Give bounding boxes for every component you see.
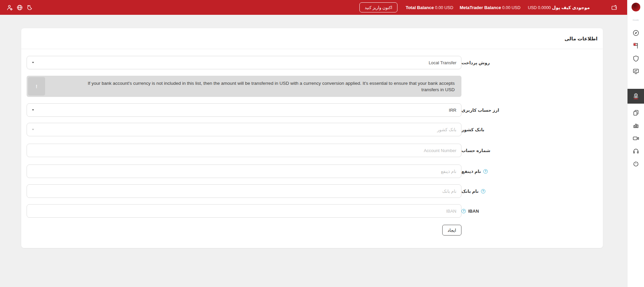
bank-name-label: نام بانک bbox=[461, 189, 479, 194]
wallet-icon bbox=[611, 4, 617, 11]
row-alert: If your bank account's currency is not i… bbox=[27, 76, 598, 97]
account-currency-label: ارز حساب کاربری bbox=[461, 108, 598, 113]
right-sidebar: بسته bbox=[627, 0, 644, 287]
shield-icon bbox=[632, 55, 640, 62]
bank-country-label: بانک کشور bbox=[461, 127, 598, 132]
help-icon[interactable]: ? bbox=[483, 169, 488, 174]
row-submit: ایجاد bbox=[27, 225, 598, 236]
total-balance-label: Total Balance bbox=[406, 5, 434, 10]
account-currency-select[interactable]: IRR bbox=[27, 103, 461, 117]
sidebar-item-funds[interactable]: $ bbox=[627, 89, 644, 104]
row-payment-method: روش پرداخت Local Transfer bbox=[27, 56, 598, 69]
sidebar-item-support[interactable] bbox=[627, 145, 644, 157]
financial-info-card: اطلاعات مالی روش پرداخت Local Transfer bbox=[21, 28, 603, 248]
sidebar-item-webinars[interactable] bbox=[627, 132, 644, 145]
profile-settings-icon bbox=[6, 4, 13, 11]
chevron-down-icon bbox=[32, 129, 34, 130]
metatrader-balance-value: 0.00 USD bbox=[502, 5, 520, 10]
card-header: اطلاعات مالی bbox=[21, 28, 603, 49]
account-number-label: شماره حساب bbox=[461, 148, 598, 153]
language-globe-icon bbox=[17, 4, 23, 11]
dark-mode-button[interactable] bbox=[25, 2, 35, 12]
top-header: اکنون واریز کنید Total Balance 0.00 USD … bbox=[0, 0, 627, 15]
payment-method-select[interactable]: Local Transfer bbox=[27, 56, 461, 69]
page-title: اطلاعات مالی bbox=[565, 36, 598, 41]
currency-alert: If your bank account's currency is not i… bbox=[27, 76, 461, 97]
metatrader-balance-label: MetaTrader Balance bbox=[460, 5, 501, 10]
currency-alert-text: If your bank account's currency is not i… bbox=[85, 80, 455, 93]
row-beneficiary-name: نام ذینفع ? bbox=[27, 165, 598, 178]
sidebar-collapse-label[interactable]: بسته bbox=[632, 17, 639, 21]
sidebar-nav: $ bbox=[627, 27, 644, 170]
bank-country-select[interactable]: بانک کشور bbox=[27, 123, 461, 136]
sidebar-item-promotions[interactable] bbox=[627, 39, 644, 52]
metatrader-balance: MetaTrader Balance 0.00 USD bbox=[460, 5, 521, 10]
row-bank-name: نام بانک ? bbox=[27, 184, 598, 198]
chevron-down-icon bbox=[32, 62, 34, 63]
sidebar-item-explore[interactable] bbox=[627, 27, 644, 39]
main-content: اطلاعات مالی روش پرداخت Local Transfer bbox=[0, 15, 627, 287]
total-balance: Total Balance 0.00 USD bbox=[406, 5, 453, 10]
account-number-input[interactable] bbox=[27, 144, 461, 157]
account-currency-value: IRR bbox=[449, 108, 456, 113]
row-account-number: شماره حساب bbox=[27, 144, 598, 157]
brand-logo[interactable] bbox=[632, 3, 640, 11]
exclamation-icon: ! bbox=[28, 77, 45, 96]
create-button[interactable]: ایجاد bbox=[442, 225, 461, 236]
help-icon[interactable]: ? bbox=[461, 209, 466, 213]
payment-method-value: Local Transfer bbox=[429, 60, 456, 65]
bank-name-input[interactable] bbox=[27, 184, 461, 198]
sidebar-item-terminal[interactable] bbox=[627, 65, 644, 78]
beneficiary-name-label: نام ذینفع bbox=[461, 169, 481, 174]
deposit-money-icon: $ bbox=[632, 93, 640, 100]
wallet-button[interactable] bbox=[611, 4, 617, 11]
dark-mode-moon-icon bbox=[27, 4, 33, 11]
copy-pages-icon bbox=[632, 109, 640, 116]
row-iban: ? IBAN bbox=[27, 204, 598, 218]
headset-icon bbox=[632, 147, 640, 155]
terminal-chart-icon bbox=[632, 68, 640, 75]
sidebar-item-security[interactable] bbox=[627, 52, 644, 65]
bank-country-placeholder: بانک کشور bbox=[437, 127, 456, 132]
language-button[interactable] bbox=[14, 2, 25, 12]
compass-icon bbox=[632, 29, 640, 37]
power-icon bbox=[632, 160, 640, 168]
wallet-balance: موجودی کیف پول USD 0.0000 bbox=[528, 5, 590, 10]
sidebar-item-accounts[interactable] bbox=[627, 106, 644, 119]
svg-text:$: $ bbox=[635, 94, 637, 96]
iban-label: IBAN bbox=[468, 209, 479, 214]
financial-info-form: روش پرداخت Local Transfer If your bank a… bbox=[21, 49, 603, 236]
chevron-down-icon bbox=[32, 109, 34, 111]
flag-icon bbox=[632, 42, 640, 49]
wallet-balance-value: USD 0.0000 bbox=[528, 5, 551, 10]
iban-input[interactable] bbox=[27, 204, 461, 218]
beneficiary-name-input[interactable] bbox=[27, 165, 461, 178]
wallet-balance-label: موجودی کیف پول bbox=[552, 5, 590, 10]
help-icon[interactable]: ? bbox=[481, 189, 485, 193]
video-camera-icon bbox=[632, 135, 640, 142]
profile-settings-button[interactable] bbox=[4, 2, 14, 12]
row-bank-country: بانک کشور بانک کشور bbox=[27, 123, 598, 136]
sidebar-item-logout[interactable] bbox=[627, 157, 644, 170]
total-balance-value: 0.00 USD bbox=[435, 5, 453, 10]
row-account-currency: ارز حساب کاربری IRR bbox=[27, 103, 598, 117]
deposit-now-button[interactable]: اکنون واریز کنید bbox=[359, 2, 398, 12]
payment-method-label: روش پرداخت bbox=[461, 60, 598, 65]
bar-chart-icon bbox=[632, 122, 640, 129]
sidebar-item-reports[interactable] bbox=[627, 119, 644, 132]
